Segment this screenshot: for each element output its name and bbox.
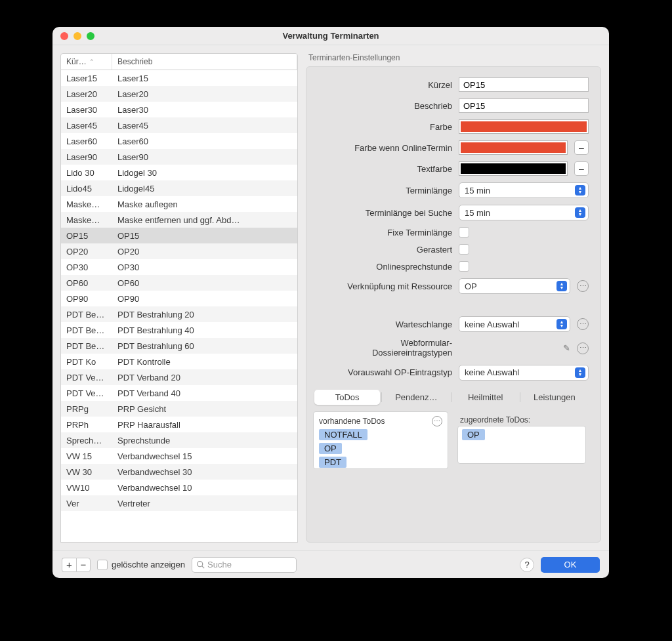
maximize-icon[interactable] (87, 32, 94, 40)
cell-beschrieb: PDT Verband 40 (112, 388, 297, 398)
cell-kuerzel: PDT Ve… (61, 388, 112, 398)
window-title: Verwaltung Terminarten (52, 31, 609, 41)
cell-beschrieb: Laser20 (112, 89, 297, 99)
cell-kuerzel: OP60 (61, 278, 112, 288)
ressource-more-button[interactable]: ⋯ (577, 280, 589, 292)
content-area: Kür… ⌃ Beschrieb Laser15Laser15Laser20La… (52, 45, 609, 550)
cell-beschrieb: OP60 (112, 278, 297, 288)
cell-beschrieb: Laser30 (112, 105, 297, 115)
table-row[interactable]: PDT Be…PDT Bestrahlung 40 (61, 322, 297, 338)
table-row[interactable]: Maske…Maske auflegen (61, 196, 297, 212)
close-icon[interactable] (60, 32, 68, 40)
cell-kuerzel: Laser90 (61, 152, 112, 162)
zugeordnete-todos-box: zugeordnete ToDos: OP (455, 411, 589, 469)
cell-beschrieb: PDT Verband 20 (112, 373, 297, 383)
table-row[interactable]: OP60OP60 (61, 275, 297, 291)
cell-kuerzel: PDT Be… (61, 341, 112, 351)
cell-kuerzel: PDT Ko (61, 357, 112, 367)
todo-tag[interactable]: NOTFALL (319, 429, 368, 440)
table-row[interactable]: Ver Vertreter (61, 495, 297, 511)
table-row[interactable]: PDT Be…PDT Bestrahlung 20 (61, 306, 297, 322)
tab-todos[interactable]: ToDos (314, 390, 380, 405)
search-placeholder: Suche (207, 560, 232, 569)
cell-beschrieb: PDT Bestrahlung 60 (112, 341, 297, 351)
warteschlange-select[interactable]: keine Auswahl ▲▼ (459, 316, 570, 332)
table-row[interactable]: PDT KoPDT Kontrolle (61, 354, 297, 369)
table-row[interactable]: Lido 30Lidogel 30 (61, 165, 297, 180)
tab-pendenzen[interactable]: Pendenz… (383, 390, 449, 405)
todo-tag[interactable]: OP (462, 429, 485, 440)
table-row[interactable]: Sprech…Sprechstunde (61, 432, 297, 448)
vorauswahl-select[interactable]: keine Auswahl ▲▼ (459, 365, 589, 381)
table-row[interactable]: OP20OP20 (61, 243, 297, 259)
table-row[interactable]: PDT Ve…PDT Verband 40 (61, 385, 297, 401)
checkbox-icon (97, 560, 108, 570)
remove-button[interactable]: − (76, 558, 91, 572)
pencil-icon[interactable]: ✎ (563, 343, 570, 353)
ressource-label: Verknüpfung mit Ressource (313, 281, 452, 291)
ok-button[interactable]: OK (541, 557, 600, 573)
textfarbe-label: Textfarbe (313, 164, 452, 174)
terminlaenge-select[interactable]: 15 min ▲▼ (459, 182, 589, 198)
table-row[interactable]: OP15OP15 (61, 228, 297, 243)
textfarbe-swatch[interactable] (459, 161, 568, 176)
table-row[interactable]: Laser20Laser20 (61, 86, 297, 102)
detail-tabs: ToDos Pendenz… Heilmittel Leistungen (313, 388, 589, 406)
cell-beschrieb: OP15 (112, 231, 297, 241)
minimize-icon[interactable] (74, 32, 81, 40)
ressource-select[interactable]: OP ▲▼ (459, 278, 570, 294)
cell-kuerzel: Laser30 (61, 105, 112, 115)
table-row[interactable]: Laser60Laser60 (61, 133, 297, 149)
table-row[interactable]: OP30OP30 (61, 259, 297, 275)
table-row[interactable]: Laser90Laser90 (61, 149, 297, 165)
show-deleted-checkbox[interactable]: gelöschte anzeigen (97, 560, 185, 570)
table-row[interactable]: PDT Ve…PDT Verband 20 (61, 369, 297, 385)
column-beschrieb[interactable]: Beschrieb (112, 54, 297, 70)
farbe-online-swatch[interactable] (459, 140, 568, 155)
warteschlange-label: Warteschlange (313, 320, 452, 329)
table-row[interactable]: PRPhPRP Haarausfall (61, 417, 297, 432)
search-input[interactable]: Suche (192, 557, 297, 573)
help-button[interactable]: ? (520, 558, 534, 572)
todo-tag[interactable]: OP (319, 443, 342, 454)
fixe-checkbox[interactable] (459, 227, 469, 238)
table-body[interactable]: Laser15Laser15Laser20Laser20Laser30Laser… (60, 70, 298, 543)
todos-area: vorhandene ToDos ⋯ NOTFALL OP PDT zugeor… (313, 411, 589, 469)
todo-tag[interactable]: PDT (319, 457, 346, 468)
cell-kuerzel: Laser20 (61, 89, 112, 99)
table-row[interactable]: PRPgPRP Gesicht (61, 401, 297, 417)
terminlaenge-suche-label: Terminlänge bei Suche (313, 208, 452, 218)
table-row[interactable]: Laser15Laser15 (61, 70, 297, 86)
column-kuerzel[interactable]: Kür… ⌃ (61, 54, 112, 70)
dialog-window: Verwaltung Terminarten Kür… ⌃ Beschrieb … (52, 27, 609, 578)
table-row[interactable]: VW 15Verbandwechsel 15 (61, 448, 297, 464)
online-checkbox[interactable] (459, 261, 469, 272)
kurzel-input[interactable] (459, 77, 589, 92)
show-deleted-label: gelöschte anzeigen (112, 560, 185, 569)
table-row[interactable]: Maske…Maske entfernen und ggf. Abd… (61, 212, 297, 228)
todos-more-button[interactable]: ⋯ (432, 416, 442, 426)
terminlaenge-suche-select[interactable]: 15 min ▲▼ (459, 205, 589, 220)
gerastert-checkbox[interactable] (459, 244, 469, 255)
warteschlange-value: keine Auswahl (465, 320, 519, 329)
column-kuerzel-label: Kür… (66, 57, 87, 66)
add-button[interactable]: + (62, 558, 76, 572)
beschrieb-input[interactable] (459, 98, 589, 113)
table-row[interactable]: VW 30Verbandwechsel 30 (61, 464, 297, 480)
clear-text-color-button[interactable]: – (574, 161, 589, 176)
table-row[interactable]: Laser45Laser45 (61, 117, 297, 133)
cell-kuerzel: OP30 (61, 262, 112, 272)
table-row[interactable]: OP90OP90 (61, 291, 297, 306)
table-row[interactable]: VW10Verbandwechsel 10 (61, 480, 297, 495)
table-row[interactable]: Lido45Lidogel45 (61, 180, 297, 196)
clear-online-color-button[interactable]: – (574, 140, 589, 155)
tab-leistungen[interactable]: Leistungen (522, 390, 587, 405)
webform-more-button[interactable]: ⋯ (577, 342, 589, 354)
sort-asc-icon: ⌃ (89, 58, 94, 65)
farbe-swatch[interactable] (459, 119, 589, 134)
table-row[interactable]: PDT Be…PDT Bestrahlung 60 (61, 338, 297, 354)
table-row[interactable]: Laser30Laser30 (61, 102, 297, 117)
settings-pane: Terminarten-Einstellungen Kürzel Beschri… (306, 53, 601, 543)
warteschlange-more-button[interactable]: ⋯ (577, 318, 589, 330)
tab-heilmittel[interactable]: Heilmittel (453, 390, 518, 405)
